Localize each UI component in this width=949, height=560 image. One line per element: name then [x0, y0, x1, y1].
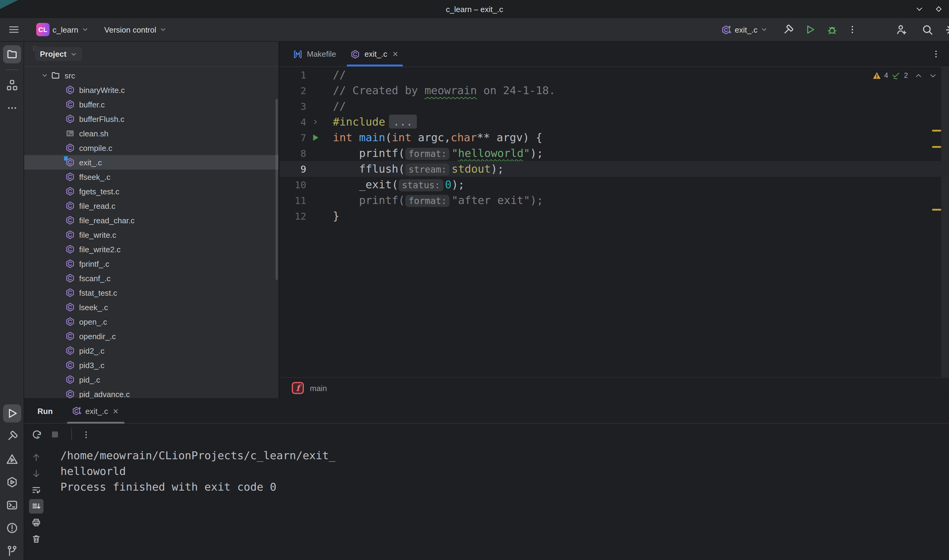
line-number[interactable]: 7: [280, 132, 306, 143]
project-widget-button[interactable]: CL c_learn: [32, 21, 92, 38]
run-configuration-selector[interactable]: exit_.c: [722, 25, 768, 35]
code-line[interactable]: 12 }: [280, 208, 949, 224]
breadcrumb-function-name[interactable]: main: [310, 383, 327, 392]
rerun-icon[interactable]: [29, 427, 45, 442]
tree-row[interactable]: clean.sh: [24, 126, 278, 141]
tree-row[interactable]: ffseek_.c: [24, 169, 278, 184]
tree-row[interactable]: file_read.c: [24, 198, 278, 213]
tree-row[interactable]: pid2_.c: [24, 343, 278, 358]
tree-row[interactable]: open_.c: [24, 314, 278, 329]
settings-gear-icon[interactable]: [945, 24, 949, 35]
more-vertical-icon[interactable]: [847, 25, 857, 34]
clear-trash-icon[interactable]: [29, 532, 43, 546]
run-play-icon[interactable]: [805, 24, 815, 35]
line-number[interactable]: 11: [280, 195, 306, 206]
chevron-down-icon[interactable]: [39, 72, 51, 79]
tree-row[interactable]: pid_.c: [24, 372, 278, 387]
sidebar-item-project[interactable]: [3, 45, 21, 63]
tree-label: pid3_.c: [79, 360, 105, 369]
maximize-diamond-icon[interactable]: [935, 5, 943, 13]
more-vertical-icon[interactable]: [78, 427, 94, 442]
next-problem-icon[interactable]: [929, 71, 937, 79]
close-icon[interactable]: [392, 50, 399, 58]
line-number[interactable]: 4: [280, 116, 306, 128]
tree-row[interactable]: fprintf_.c: [24, 257, 278, 271]
code-line[interactable]: 11 printf(format:"after exit");: [280, 192, 949, 208]
sidebar-item-build[interactable]: [3, 427, 21, 445]
line-number[interactable]: 8: [280, 148, 306, 159]
tab-makefile[interactable]: Makefile: [286, 42, 343, 66]
project-view-selector[interactable]: Project: [35, 47, 82, 61]
tree-row[interactable]: file_write.c: [24, 228, 278, 242]
sidebar-item-version-control[interactable]: [3, 542, 21, 560]
code-line[interactable]: 2 // Created by meowrain on 24-1-18.: [280, 83, 949, 98]
code-line[interactable]: 9 fflush(stream:stdout);: [280, 161, 949, 177]
tree-scrollbar[interactable]: [275, 99, 278, 280]
close-icon[interactable]: [112, 407, 120, 415]
warning-stripe-mark[interactable]: [932, 146, 941, 148]
add-user-icon[interactable]: [896, 24, 907, 35]
line-number[interactable]: 12: [280, 210, 306, 222]
tab-exit-c[interactable]: exit_.c: [343, 42, 407, 66]
tree-row[interactable]: file_write2.c: [24, 242, 278, 257]
tree-row[interactable]: pid_advance.c: [24, 387, 278, 398]
main-menu-icon[interactable]: [5, 20, 23, 38]
tree-row[interactable]: fscanf_.c: [24, 271, 278, 285]
run-tab-exit-c[interactable]: exit_.c: [67, 399, 125, 423]
previous-problem-icon[interactable]: [915, 71, 923, 79]
vcs-widget-button[interactable]: Version control: [100, 21, 170, 38]
code-line[interactable]: 3 //: [280, 98, 949, 114]
stop-icon[interactable]: [47, 427, 63, 442]
console-output[interactable]: /home/meowrain/CLionProjects/c_learn/exi…: [60, 448, 335, 495]
gutter-mark[interactable]: [306, 118, 324, 126]
warning-stripe-mark[interactable]: [932, 130, 941, 132]
sidebar-item-structure[interactable]: [3, 76, 21, 94]
sidebar-item-services[interactable]: [3, 473, 21, 491]
print-icon[interactable]: [29, 515, 43, 530]
tree-row[interactable]: exit_.c: [24, 155, 278, 169]
soft-wrap-icon[interactable]: [29, 483, 43, 497]
line-number[interactable]: 1: [280, 69, 306, 80]
tree-row[interactable]: bufferFlush.c: [24, 112, 278, 126]
code-line[interactable]: 10 _exit(status:0);: [280, 177, 949, 192]
sidebar-item-terminal[interactable]: [3, 496, 21, 514]
tree-row[interactable]: binaryWrite.c: [24, 83, 278, 97]
down-arrow-icon[interactable]: [29, 466, 43, 481]
tree-row[interactable]: src: [24, 68, 278, 83]
minimize-chevron-icon[interactable]: [915, 5, 924, 13]
search-icon[interactable]: [922, 24, 933, 35]
sidebar-item-problems[interactable]: [3, 519, 21, 537]
warning-stripe-mark[interactable]: [932, 209, 941, 211]
inspections-widget[interactable]: 4 2: [872, 71, 937, 80]
line-number[interactable]: 2: [280, 85, 306, 96]
up-arrow-icon[interactable]: [29, 450, 43, 465]
code-line[interactable]: 7 int main(int argc,char** argv) {: [280, 130, 949, 145]
line-number[interactable]: 9: [280, 163, 306, 175]
tree-row[interactable]: fstat_test.c: [24, 285, 278, 300]
tree-row[interactable]: pid3_.c: [24, 358, 278, 372]
tree-row[interactable]: compile.c: [24, 141, 278, 155]
tree-row[interactable]: opendir_.c: [24, 329, 278, 343]
tree-row[interactable]: lseek_.c: [24, 300, 278, 314]
run-console[interactable]: /home/meowrain/CLionProjects/c_learn/exi…: [24, 445, 949, 560]
debug-bug-icon[interactable]: [826, 24, 838, 35]
tree-row[interactable]: buffer.c: [24, 97, 278, 112]
build-hammer-icon[interactable]: [782, 24, 794, 35]
code-line[interactable]: 1 //: [280, 67, 949, 83]
title-bar[interactable]: c_learn – exit_.c: [0, 0, 949, 18]
sidebar-item-more[interactable]: [3, 99, 21, 117]
tree-row[interactable]: fgets_test.c: [24, 184, 278, 198]
code-line[interactable]: 4 #include...: [280, 114, 949, 130]
code-line[interactable]: 8 printf(format:"helloworld");: [280, 145, 949, 161]
activity-bar: [0, 42, 24, 560]
gutter-mark[interactable]: [306, 133, 324, 142]
sidebar-item-run[interactable]: [3, 404, 21, 422]
sidebar-item-profiler[interactable]: [3, 450, 21, 468]
code-editor[interactable]: 1 // 2 // Created by meowrain on 24-1-18…: [280, 67, 949, 377]
tree-row[interactable]: file_read_char.c: [24, 213, 278, 228]
more-vertical-icon[interactable]: [932, 42, 941, 66]
line-number[interactable]: 10: [280, 179, 306, 191]
line-number[interactable]: 3: [280, 100, 306, 112]
scroll-to-end-icon[interactable]: [29, 499, 43, 514]
active-tab-underline: [347, 65, 403, 66]
